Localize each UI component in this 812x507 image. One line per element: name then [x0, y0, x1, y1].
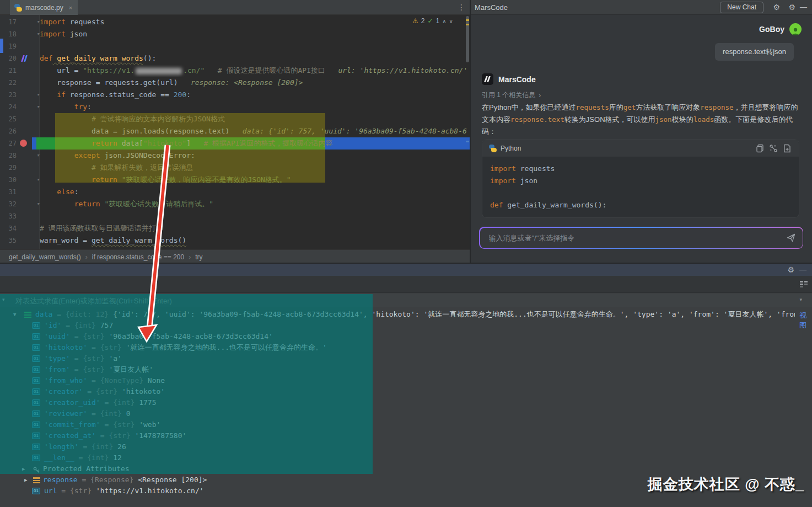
- gutter-cell[interactable]: [17, 52, 40, 65]
- gutter-cell[interactable]: [17, 65, 40, 77]
- line-number[interactable]: 31: [0, 186, 17, 198]
- variable-row[interactable]: 01'type' = {str} 'a': [0, 353, 812, 364]
- view-link[interactable]: 视图: [795, 311, 812, 330]
- code-line[interactable]: 22 response = requests.get(url) response…: [0, 77, 470, 89]
- new-chat-button[interactable]: New Chat: [720, 2, 763, 13]
- line-number[interactable]: 17: [0, 16, 17, 28]
- fold-icon[interactable]: ▾: [37, 150, 39, 162]
- fold-icon[interactable]: ▾: [37, 101, 39, 113]
- variable-row[interactable]: 01'from' = {str} '夏目友人帐': [0, 364, 812, 375]
- next-issue-icon[interactable]: ∨: [449, 18, 453, 24]
- copy-icon[interactable]: [756, 144, 765, 153]
- breadcrumb-item[interactable]: try: [195, 253, 202, 261]
- line-number[interactable]: 22: [0, 77, 17, 89]
- code-line[interactable]: 26 data = json.loads(response.text) data…: [0, 125, 470, 137]
- code-line[interactable]: 29 # 如果解析失败，返回错误消息: [0, 162, 470, 174]
- line-number[interactable]: 21: [0, 65, 17, 77]
- gutter-cell[interactable]: [17, 40, 40, 52]
- send-icon[interactable]: [786, 233, 796, 243]
- tree-expanded-icon[interactable]: ▼: [13, 309, 16, 320]
- gutter-cell[interactable]: [17, 113, 40, 125]
- variable-row[interactable]: 01'uuid' = {str} '96a3ba09-f5ab-4248-acb…: [0, 331, 812, 342]
- fold-icon[interactable]: ▾: [37, 174, 39, 186]
- code-line[interactable]: 21 url = "https://v1..cn/" # 假设这是提供暖心话的A…: [0, 65, 470, 77]
- code-line[interactable]: 34# 调用该函数获取每日温馨话语并打印: [0, 222, 470, 234]
- line-number[interactable]: 32: [0, 198, 17, 210]
- code-line[interactable]: 35warm_word = get_daily_warm_words(): [0, 234, 470, 247]
- code-line[interactable]: 28▾ except json.JSONDecodeError:: [0, 150, 470, 162]
- tab-marscode-py[interactable]: marscode.py ×: [10, 0, 78, 15]
- line-number[interactable]: 20: [0, 52, 17, 65]
- gutter-cell[interactable]: [17, 210, 40, 222]
- line-number[interactable]: 23: [0, 89, 17, 101]
- fold-icon[interactable]: ▾: [37, 198, 39, 210]
- code-line[interactable]: 31 else:: [0, 186, 470, 198]
- debug-gear-icon[interactable]: ⚙: [787, 265, 794, 275]
- gutter-cell[interactable]: ▾: [17, 16, 40, 28]
- gutter-cell[interactable]: ▾: [17, 150, 40, 162]
- fold-icon[interactable]: ▾: [37, 89, 39, 101]
- variable-row[interactable]: 01'creator_uid' = {int} 1775: [0, 397, 812, 408]
- code-line[interactable]: 32▾ return "获取暖心话失败，请稍后再试。": [0, 198, 470, 210]
- line-number[interactable]: 30: [0, 174, 17, 186]
- gutter-cell[interactable]: ▾: [17, 174, 40, 186]
- code-line[interactable]: 20def get_daily_warm_words():: [0, 52, 470, 65]
- gutter-cell[interactable]: ▾: [17, 101, 40, 113]
- user-avatar[interactable]: [789, 23, 802, 35]
- breadcrumb-item[interactable]: if response.status_code == 200: [92, 253, 184, 261]
- close-icon[interactable]: ×: [69, 4, 72, 11]
- gutter-cell[interactable]: [17, 222, 40, 234]
- code-line[interactable]: 25 # 尝试将响应的文本内容解析为JSON格式: [0, 113, 470, 125]
- insert-code-icon[interactable]: [769, 144, 778, 153]
- line-number[interactable]: 24: [0, 101, 17, 113]
- code-line[interactable]: 24▾ try:: [0, 101, 470, 113]
- gutter-cell[interactable]: ▾: [17, 89, 40, 101]
- tree-collapsed-icon[interactable]: ▶: [24, 474, 27, 485]
- debug-minimize-icon[interactable]: —: [799, 265, 806, 275]
- code-line[interactable]: 19: [0, 40, 470, 52]
- code-line[interactable]: 17▾import requests: [0, 16, 470, 28]
- variable-row[interactable]: 01'from_who' = {NoneType} None: [0, 375, 812, 386]
- kebab-menu-icon[interactable]: ⋮: [458, 3, 465, 12]
- code-line[interactable]: 33: [0, 210, 470, 222]
- variable-row[interactable]: 01__len__ = {int} 12: [0, 452, 812, 463]
- line-number[interactable]: 27: [0, 137, 17, 150]
- breadcrumb-item[interactable]: get_daily_warm_words(): [9, 253, 81, 261]
- gutter-cell[interactable]: ▾: [17, 198, 40, 210]
- line-number[interactable]: 34: [0, 222, 17, 234]
- code-area[interactable]: 17▾import requests18▾import json1920def …: [0, 16, 470, 247]
- fold-icon[interactable]: ▾: [37, 16, 39, 28]
- gutter-cell[interactable]: [17, 186, 40, 198]
- variable-row[interactable]: 01'created_at' = {str} '1478787580': [0, 430, 812, 441]
- breakpoint-icon[interactable]: [20, 140, 27, 147]
- line-number[interactable]: 25: [0, 113, 17, 125]
- line-number[interactable]: 35: [0, 234, 17, 247]
- variable-row[interactable]: 01'hitokoto' = {str} '就连一直都无容身之地的我...也不是…: [0, 342, 812, 353]
- panel-gear-icon[interactable]: ⚙: [788, 2, 795, 12]
- gutter-cell[interactable]: [17, 234, 40, 247]
- code-line[interactable]: 27 return data["hitokoto"] # 根据API返回的格式，…: [0, 137, 470, 150]
- chat-input[interactable]: [480, 228, 803, 248]
- gutter-cell[interactable]: [17, 137, 40, 150]
- editor-scrollbar[interactable]: [465, 15, 470, 249]
- variable-row[interactable]: 01'length' = {int} 26: [0, 441, 812, 452]
- prev-issue-icon[interactable]: ∧: [442, 18, 446, 24]
- gutter-cell[interactable]: [17, 162, 40, 174]
- minimize-icon[interactable]: —: [800, 2, 807, 12]
- gutter-cell[interactable]: [17, 125, 40, 137]
- gutter-cell[interactable]: ▾: [17, 28, 40, 40]
- variable-row[interactable]: 01'id' = {int} 757: [0, 320, 812, 331]
- variable-row[interactable]: 01'creator' = {str} 'hitokoto': [0, 386, 812, 397]
- line-number[interactable]: 29: [0, 162, 17, 174]
- marscode-gutter-icon[interactable]: [20, 55, 31, 62]
- variable-row[interactable]: 01'commit_from' = {str} 'web': [0, 419, 812, 430]
- reference-link[interactable]: 引用 1 个相关信息 ›: [482, 90, 541, 100]
- layout-settings-icon[interactable]: [800, 281, 808, 287]
- code-line[interactable]: 30▾ return "获取暖心话失败，响应内容不是有效的JSON格式。": [0, 174, 470, 186]
- variable-row[interactable]: 01'reviewer' = {int} 0: [0, 408, 812, 419]
- code-line[interactable]: 18▾import json: [0, 28, 470, 40]
- gutter-cell[interactable]: [17, 77, 40, 89]
- protected-attributes-row[interactable]: ▶Protected Attributes: [0, 463, 812, 474]
- tree-collapsed-icon[interactable]: ▶: [22, 463, 25, 474]
- inspections-widget[interactable]: ⚠2 ✓1 ∧ ∨: [412, 17, 453, 25]
